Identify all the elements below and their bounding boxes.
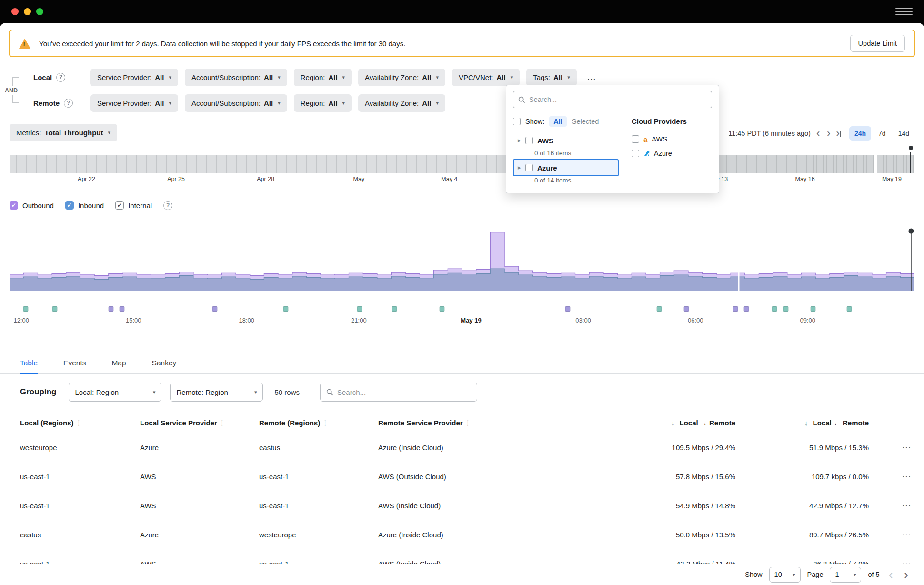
update-limit-button[interactable]: Update Limit (850, 35, 905, 52)
event-marker-teal[interactable] (783, 306, 789, 312)
provider-checkbox[interactable] (632, 150, 639, 157)
table-search-input[interactable] (337, 388, 471, 396)
event-marker-purple[interactable] (108, 306, 113, 312)
event-marker-purple[interactable] (565, 306, 571, 312)
filter-chip-availability-zone[interactable]: Availability Zone:All▾ (358, 69, 445, 86)
provider-item-aws[interactable]: aAWS (632, 132, 712, 146)
filter-chip-region[interactable]: Region:All▾ (294, 69, 352, 86)
event-marker-teal[interactable] (283, 306, 288, 312)
more-filters-button[interactable]: ... (583, 72, 600, 82)
event-marker-teal[interactable] (772, 306, 777, 312)
event-marker-purple[interactable] (733, 306, 738, 312)
zoom-window-button[interactable] (36, 8, 43, 15)
throughput-chart[interactable] (10, 220, 914, 296)
show-option-selected[interactable]: Selected (568, 116, 603, 127)
tree-item-azure[interactable]: ▶Azure (513, 159, 619, 176)
event-marker-purple[interactable] (212, 306, 218, 312)
table-row[interactable]: eastusAzurewesteuropeAzure (Inside Cloud… (0, 520, 924, 549)
time-range-24h[interactable]: 24h (849, 126, 871, 141)
table-row[interactable]: westeuropeAzureeastusAzure (Inside Cloud… (0, 433, 924, 462)
table-search[interactable] (320, 383, 477, 402)
event-marker-teal[interactable] (440, 306, 445, 312)
time-range-14d[interactable]: 14d (893, 126, 914, 141)
tree-checkbox[interactable] (525, 137, 533, 144)
event-marker-teal[interactable] (657, 306, 662, 312)
legend-item-internal[interactable]: ✓Internal (115, 201, 152, 210)
sort-icon[interactable]: ↑↓ (467, 419, 469, 426)
table-row[interactable]: us-east-1AWSus-east-1AWS (Inside Cloud)5… (0, 491, 924, 520)
metrics-dropdown[interactable]: Metrics: Total Throughput ▾ (10, 124, 117, 141)
time-forward-icon[interactable]: › (825, 128, 832, 139)
row-actions-icon[interactable]: ··· (869, 531, 912, 539)
event-marker-purple[interactable] (119, 306, 124, 312)
local-help-icon[interactable]: ? (56, 73, 65, 82)
filter-chip-region[interactable]: Region:All▾ (294, 94, 352, 112)
sort-icon[interactable]: ↑↓ (324, 419, 326, 426)
filter-chip-tags[interactable]: Tags:All▾ (526, 69, 577, 86)
filter-chip-account-subscription[interactable]: Account/Subscription:All▾ (185, 94, 287, 112)
event-marker-teal[interactable] (392, 306, 397, 312)
minimap-brush-handle[interactable] (910, 152, 912, 173)
table-row[interactable]: us-east-1AWSus-east-1AWS (Outside Cloud)… (0, 462, 924, 491)
close-window-button[interactable] (11, 8, 19, 15)
minimize-window-button[interactable] (24, 8, 31, 15)
event-marker-teal[interactable] (52, 306, 58, 312)
event-marker-teal[interactable] (811, 306, 816, 312)
column-header-remote-service-provider[interactable]: Remote Service Provider↑↓ (378, 419, 535, 427)
column-header-local-remote[interactable]: ↓Local ← Remote (735, 419, 869, 427)
event-marker-purple[interactable] (743, 306, 749, 312)
minimap-band[interactable] (10, 155, 914, 173)
next-page-icon[interactable]: › (902, 568, 911, 581)
filter-chip-vpc-vnet[interactable]: VPC/VNet:All▾ (452, 69, 520, 86)
legend-help-icon[interactable]: ? (163, 201, 172, 210)
sort-icon[interactable]: ↑↓ (78, 419, 80, 426)
minimap-handle-dot[interactable] (909, 146, 913, 150)
column-header-local-regions[interactable]: Local (Regions)↑↓ (20, 419, 140, 427)
select-all-checkbox[interactable] (513, 118, 521, 125)
provider-item-azure[interactable]: Azure (632, 146, 712, 161)
column-header-remote-regions[interactable]: Remote (Regions)↑↓ (259, 419, 378, 427)
column-header-local-remote[interactable]: ↓Local → Remote (535, 419, 735, 427)
tree-item-aws[interactable]: ▶AWS (513, 132, 619, 149)
filter-chip-service-provider[interactable]: Service Provider:All▾ (90, 69, 178, 86)
remote-help-icon[interactable]: ? (64, 99, 73, 108)
row-actions-icon[interactable]: ··· (869, 473, 912, 481)
minimap-selection[interactable] (710, 155, 914, 173)
event-marker-purple[interactable] (684, 306, 689, 312)
previous-page-icon[interactable]: ‹ (886, 568, 895, 581)
tab-map[interactable]: Map (111, 352, 126, 373)
filter-chip-account-subscription[interactable]: Account/Subscription:All▾ (185, 69, 287, 86)
event-marker-teal[interactable] (357, 306, 362, 312)
hamburger-menu-icon[interactable] (895, 5, 913, 18)
throughput-chart-svg[interactable] (10, 220, 914, 296)
filter-chip-service-provider[interactable]: Service Provider:All▾ (90, 94, 178, 112)
page-size-select[interactable]: 10 ▾ (769, 567, 801, 583)
tree-checkbox[interactable] (525, 164, 533, 171)
expand-caret-icon[interactable]: ▶ (518, 138, 521, 143)
popup-search-input[interactable] (529, 96, 707, 103)
event-marker-teal[interactable] (23, 306, 29, 312)
row-actions-icon[interactable]: ··· (869, 502, 912, 510)
row-actions-icon[interactable]: ··· (869, 444, 912, 452)
expand-caret-icon[interactable]: ▶ (518, 165, 521, 170)
filter-chip-availability-zone[interactable]: Availability Zone:All▾ (358, 94, 445, 112)
page-number-select[interactable]: 1 ▾ (830, 567, 861, 583)
local-grouping-select[interactable]: Local: Region ▾ (69, 383, 161, 402)
time-back-icon[interactable]: ‹ (815, 128, 821, 139)
sort-icon[interactable]: ↑↓ (221, 419, 223, 426)
popup-search[interactable] (513, 91, 712, 108)
provider-checkbox[interactable] (632, 135, 639, 143)
legend-item-inbound[interactable]: ✓Inbound (65, 201, 104, 210)
legend-checkbox[interactable]: ✓ (65, 201, 74, 210)
legend-checkbox[interactable]: ✓ (115, 201, 124, 210)
time-skip-to-now-icon[interactable]: › (836, 128, 841, 139)
remote-grouping-select[interactable]: Remote: Region ▾ (170, 383, 263, 402)
tab-table[interactable]: Table (20, 352, 38, 373)
column-header-local-service-provider[interactable]: Local Service Provider↑↓ (140, 419, 259, 427)
time-range-7d[interactable]: 7d (873, 126, 891, 141)
tab-events[interactable]: Events (63, 352, 86, 373)
legend-checkbox[interactable]: ✓ (10, 201, 18, 210)
tab-sankey[interactable]: Sankey (152, 352, 177, 373)
legend-item-outbound[interactable]: ✓Outbound (10, 201, 54, 210)
event-marker-teal[interactable] (847, 306, 852, 312)
